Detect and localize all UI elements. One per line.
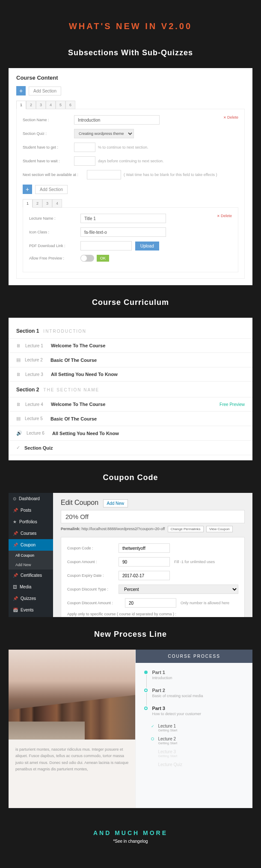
process-lecture-quiz: Lecture Quiz — [144, 762, 244, 767]
view-coupon-button[interactable]: View Coupon — [206, 526, 232, 532]
coupon-title-input[interactable]: 20% Off — [61, 510, 245, 523]
section-heading-curriculum: Course Curriculum — [0, 298, 261, 307]
upload-button[interactable]: Upload — [135, 242, 159, 251]
tab-5[interactable]: 5 — [56, 101, 65, 109]
free-preview-link[interactable]: Free Preview — [219, 402, 245, 407]
process-lecture-2[interactable]: Lecture 2Getting Start — [144, 737, 244, 745]
icon-class-label: Icon Class : — [29, 230, 80, 234]
panel-title: Course Content — [16, 75, 245, 81]
tab-6[interactable]: 6 — [65, 101, 75, 109]
add-new-button[interactable]: Add New — [103, 499, 128, 507]
delete-button[interactable]: Delete — [223, 115, 238, 119]
free-preview-toggle[interactable] — [80, 255, 94, 262]
pdf-input[interactable] — [80, 241, 132, 251]
inner-tab-3[interactable]: 3 — [42, 199, 52, 208]
lecture-row[interactable]: 🗎Lecture 4Welcome To The CourseFree Prev… — [9, 397, 252, 412]
pin-icon: 📌 — [13, 573, 18, 578]
inner-tab-2[interactable]: 2 — [33, 199, 42, 208]
lecture-row[interactable]: 🔊Lecture 6All Setting You Need To Know — [9, 426, 252, 441]
coupon-amount-label: Coupon Amount : — [67, 560, 119, 564]
discount-amount-input[interactable] — [125, 598, 176, 608]
student-wait-input[interactable] — [74, 156, 95, 166]
coupon-amount-input[interactable] — [119, 557, 170, 567]
change-permalinks-button[interactable]: Change Permalinks — [168, 526, 204, 532]
tab-3[interactable]: 3 — [36, 101, 46, 109]
lecture-name-input[interactable] — [80, 214, 166, 223]
coupon-code-input[interactable] — [119, 543, 170, 553]
main-title: WHAT'S NEW IN V2.00 — [0, 21, 261, 31]
sidebar-sub-all-coupon[interactable]: All Coupon — [9, 551, 53, 560]
delete-lecture-button[interactable]: Delete — [217, 214, 232, 218]
audio-icon: 🔊 — [16, 430, 22, 436]
circle-icon — [151, 737, 154, 740]
tab-1[interactable]: 1 — [16, 101, 26, 109]
student-get-label: Student have to get : — [23, 145, 74, 149]
process-part-1[interactable]: Part 1Introduction — [144, 670, 244, 680]
add-section-button[interactable]: + — [16, 86, 26, 95]
course-content-panel: Course Content + Add Section 123456 Dele… — [9, 68, 252, 285]
list-icon: ▤ — [16, 357, 21, 363]
dot-icon — [144, 707, 148, 710]
coupon-panel: ⊙Dashboard 📌Posts ★Portfolios 📌Courses 📌… — [9, 493, 252, 617]
coupon-expiry-input[interactable] — [119, 571, 170, 580]
process-lecture-1[interactable]: ✓Lecture 1Getting Start — [144, 724, 244, 732]
wp-main: Edit Coupon Add New 20% Off Permalink: h… — [53, 493, 252, 617]
coupon-code-label: Coupon Code : — [67, 546, 119, 550]
ok-button[interactable]: OK — [97, 255, 109, 262]
sidebar-item-courses[interactable]: 📌Courses — [9, 528, 53, 539]
icon-class-input[interactable] — [80, 227, 166, 237]
process-left: is parturient montes, nascetur ridiculus… — [9, 650, 135, 808]
section-heading-process: New Process Line — [0, 630, 261, 639]
next-avail-input[interactable] — [87, 170, 121, 179]
lecture-row[interactable]: 🗎Lecture 3All Setting You Need To Know — [9, 367, 252, 382]
calendar-icon: 📅 — [13, 608, 18, 612]
sidebar-sub-add-new[interactable]: Add New — [9, 560, 53, 570]
curriculum-section-1: Section 1INTRODUCTION — [9, 323, 252, 339]
process-part-2[interactable]: Part 2Basic of creating social media — [144, 688, 244, 698]
student-wait-hint: days before continuing to next section. — [98, 159, 164, 163]
coupon-expiry-label: Coupon Expiry Date : — [67, 573, 119, 578]
sidebar-item-certificates[interactable]: 📌Certificates — [9, 570, 53, 581]
section-heading-subsections: Subsections With Sub-Quizzes — [0, 48, 261, 57]
lecture-row[interactable]: 🗎Lecture 1Welcome To The Course — [9, 339, 252, 353]
inner-tab-1[interactable]: 1 — [23, 199, 33, 208]
sidebar-item-quizzes[interactable]: 📌Quizzes — [9, 593, 53, 604]
dashboard-icon: ⊙ — [13, 496, 16, 501]
sidebar-item-media[interactable]: 🖾Media — [9, 581, 53, 593]
section-heading-coupon: Coupon Code — [0, 473, 261, 482]
dot-icon — [144, 689, 148, 692]
sidebar-item-portfolios[interactable]: ★Portfolios — [9, 516, 53, 528]
lecture-editor: Delete Lecture Name : Icon Class : PDF D… — [23, 207, 238, 272]
discount-type-label: Coupon Discount Type : — [67, 587, 119, 591]
discount-type-select[interactable]: Percent — [119, 585, 238, 594]
file-icon: 🗎 — [16, 372, 21, 377]
inner-tab-4[interactable]: 4 — [52, 199, 62, 208]
quiz-row[interactable]: ✓Section Quiz — [9, 441, 252, 455]
student-get-hint: % to continue to next section. — [98, 145, 148, 149]
lecture-name-label: Lecture Name : — [29, 216, 80, 221]
tab-4[interactable]: 4 — [46, 101, 56, 109]
sidebar-item-dashboard[interactable]: ⊙Dashboard — [9, 493, 53, 504]
outer-tabs: 123456 — [16, 101, 245, 109]
sidebar-item-events[interactable]: 📅Events — [9, 604, 53, 616]
process-part-3[interactable]: Part 3How to detect your customer — [144, 706, 244, 716]
next-avail-hint: ( Wait time has to be blank for this fie… — [124, 173, 217, 177]
sidebar-item-coupon[interactable]: 📌Coupon — [9, 539, 53, 551]
add-subsection-button[interactable]: + — [23, 185, 32, 194]
student-get-input[interactable] — [74, 143, 95, 152]
tab-2[interactable]: 2 — [26, 101, 36, 109]
section-quiz-select[interactable]: Creating wordpress theme — [74, 129, 134, 138]
section-name-input[interactable] — [74, 115, 160, 125]
train-image — [9, 650, 135, 740]
section-quiz-label: Section Quiz : — [23, 131, 74, 136]
edit-coupon-title: Edit Coupon — [61, 499, 98, 507]
lecture-row[interactable]: ▤Lecture 5Basic Of The Course — [9, 412, 252, 426]
sidebar-item-posts[interactable]: 📌Posts — [9, 504, 53, 516]
process-panel: is parturient montes, nascetur ridiculus… — [9, 650, 252, 808]
lecture-row[interactable]: ▤Lecture 2Basic Of The Course — [9, 353, 252, 367]
sidebar-item-pages[interactable]: ▤Pages — [9, 616, 53, 617]
footer-see: *See in changelog — [0, 839, 261, 844]
file-icon: 🗎 — [16, 402, 21, 407]
section-name-label: Section Name : — [23, 118, 74, 122]
apply-label: Apply only to specific course ( course i… — [67, 612, 176, 616]
